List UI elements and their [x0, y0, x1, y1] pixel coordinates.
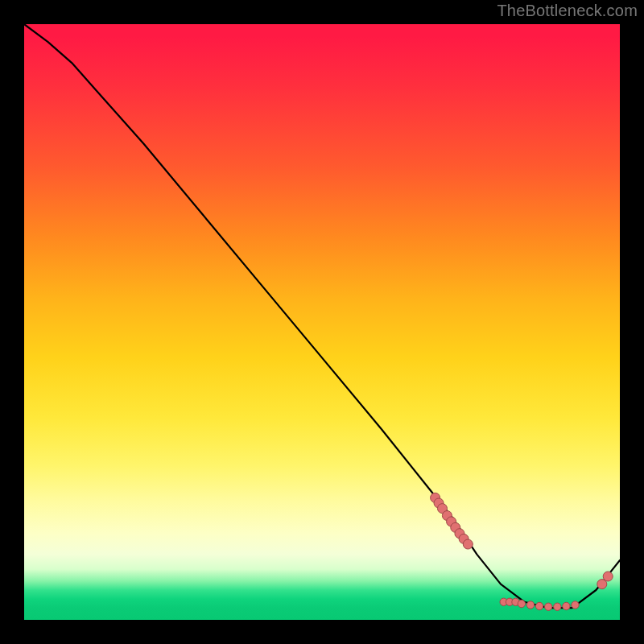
- data-point: [545, 603, 552, 610]
- data-point: [518, 600, 525, 607]
- chart-stage: TheBottleneck.com: [0, 0, 644, 644]
- data-point: [526, 601, 534, 609]
- data-point: [603, 572, 613, 581]
- data-point: [463, 539, 473, 549]
- data-point: [572, 601, 579, 609]
- bottleneck-curve: [24, 24, 620, 608]
- scatter-dots: [431, 493, 613, 610]
- data-point: [563, 602, 570, 609]
- data-point: [535, 602, 543, 609]
- chart-overlay: [24, 24, 620, 620]
- data-point: [554, 603, 561, 610]
- plot-area: [24, 24, 620, 620]
- watermark-label: TheBottleneck.com: [497, 2, 638, 20]
